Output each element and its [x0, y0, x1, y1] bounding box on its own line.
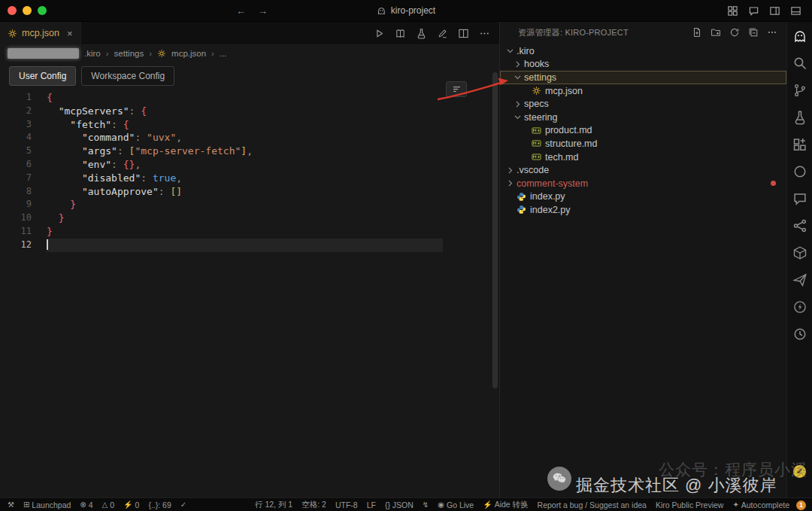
timeline-icon[interactable]: [792, 327, 807, 342]
close-window-button[interactable]: [8, 6, 17, 15]
status-language-mode[interactable]: {} JSON: [380, 498, 418, 511]
status-eol[interactable]: LF: [362, 498, 380, 511]
code-line-5[interactable]: 5 "args": ["mcp-server-fetch"],: [0, 144, 499, 158]
chevron-down-icon[interactable]: [513, 72, 523, 82]
tree-item-label: settings: [524, 72, 556, 83]
status-kiro-preview[interactable]: Kiro Public Preview: [651, 498, 728, 511]
status-ports[interactable]: ⚡0: [119, 498, 144, 511]
code-editor[interactable]: 1{2 "mcpServers": {3 "fetch": {4 "comman…: [0, 89, 499, 497]
code-line-10[interactable]: 10 }: [0, 211, 499, 225]
tree-item-hooks[interactable]: hooks: [500, 58, 786, 71]
code-line-3[interactable]: 3 "fetch": {: [0, 118, 499, 132]
status-sync-indicator[interactable]: ✓: [176, 498, 191, 511]
connections-icon[interactable]: [792, 218, 807, 233]
filter-widget[interactable]: [446, 81, 467, 97]
chevron-down-icon[interactable]: [505, 46, 515, 56]
status-report-bug[interactable]: Report a bug / Suggest an idea: [533, 498, 651, 511]
split-editor-icon[interactable]: [458, 28, 469, 39]
status-problems-errors[interactable]: ⊗4: [75, 498, 97, 511]
chevron-right-icon[interactable]: [505, 166, 515, 175]
tree-item-settings[interactable]: settings: [500, 71, 786, 84]
tests-icon[interactable]: [792, 110, 807, 125]
chevron-right-icon[interactable]: [513, 59, 523, 69]
chevron-right-icon[interactable]: [505, 178, 515, 188]
tree-item--vscode[interactable]: .vscode: [500, 163, 786, 177]
tree-item-comment-system[interactable]: comment-system: [500, 177, 786, 190]
more-icon[interactable]: [767, 27, 777, 38]
preview-icon[interactable]: [395, 28, 406, 39]
breadcrumb-segment-kiro[interactable]: .kiro: [84, 49, 101, 58]
maximize-window-button[interactable]: [38, 6, 47, 15]
new-folder-icon[interactable]: [710, 27, 721, 38]
code-line-4[interactable]: 4 "command": "uvx",: [0, 131, 499, 144]
code-line-12[interactable]: 12: [0, 239, 499, 252]
status-problems-warnings[interactable]: △0: [98, 498, 120, 511]
status-go-live[interactable]: ◉Go Live: [433, 498, 478, 511]
tree-item-index2-py[interactable]: index2.py: [500, 203, 786, 217]
status-remote-indicator[interactable]: ⚒: [3, 498, 19, 511]
forward-button[interactable]: [258, 5, 268, 17]
tree-item-structure-md[interactable]: structure.md: [500, 137, 786, 151]
code-line-11[interactable]: 11}: [0, 225, 499, 239]
kiro-icon[interactable]: [792, 29, 807, 44]
code-line-8[interactable]: 8 "autoApprove": []: [0, 185, 499, 199]
breadcrumb-segment-more[interactable]: ...: [220, 49, 227, 58]
new-file-icon[interactable]: [692, 27, 702, 38]
kiro-logo-icon: [377, 6, 386, 16]
line-number: 9: [0, 198, 47, 211]
chevron-right-icon[interactable]: [513, 99, 523, 109]
refresh-explorer-icon[interactable]: [729, 27, 740, 38]
tree-item-mcp-json[interactable]: mcp.json: [500, 84, 786, 98]
window-title[interactable]: kiro-project: [377, 5, 435, 16]
code-line-9[interactable]: 9 }: [0, 198, 499, 211]
status-autocomplete[interactable]: ✦Autocomplete: [728, 498, 794, 511]
kiro-agent-icon[interactable]: [792, 164, 807, 179]
apps-icon[interactable]: [727, 5, 738, 17]
workspace-config-button[interactable]: Workspace Config: [81, 66, 174, 86]
status-cursor-position[interactable]: 行 12, 列 1: [250, 498, 297, 511]
status-launchpad[interactable]: ⊞Launchpad: [19, 498, 75, 511]
breadcrumb-segment-settings[interactable]: settings: [114, 49, 144, 58]
code-line-6[interactable]: 6 "env": {},: [0, 158, 499, 172]
notification-badge[interactable]: 1: [796, 500, 806, 510]
deploy-icon[interactable]: [792, 272, 807, 287]
run-icon[interactable]: [374, 28, 385, 39]
status-aide[interactable]: ⚡Aide 转换: [478, 498, 532, 511]
tree-item-tech-md[interactable]: tech.md: [500, 151, 786, 164]
breadcrumb-segment-file[interactable]: mcp.json: [171, 49, 206, 58]
chevron-down-icon[interactable]: [513, 112, 523, 122]
tree-item-specs[interactable]: specs: [500, 97, 786, 111]
extensions-icon[interactable]: [792, 137, 807, 152]
status-bracket-count[interactable]: {..}: 69: [144, 498, 175, 511]
source-control-icon[interactable]: [792, 83, 807, 98]
status-indentation[interactable]: 空格: 2: [297, 498, 331, 511]
tree-item-index-py[interactable]: index.py: [500, 190, 786, 204]
back-button[interactable]: [236, 5, 246, 17]
tab-mcp-json[interactable]: mcp.json: [0, 22, 81, 44]
chat-icon[interactable]: [792, 191, 807, 206]
user-config-button[interactable]: User Config: [9, 66, 76, 86]
search-icon[interactable]: [792, 56, 807, 71]
collapse-folders-icon[interactable]: [748, 27, 759, 38]
code-line-2[interactable]: 2 "mcpServers": {: [0, 105, 499, 118]
more-actions-icon[interactable]: [479, 28, 490, 39]
editor-scrollbar[interactable]: [492, 72, 498, 388]
close-icon[interactable]: [67, 28, 73, 39]
tree-item--kiro[interactable]: .kiro: [500, 44, 786, 58]
status-power[interactable]: ↯: [418, 498, 433, 511]
code-line-1[interactable]: 1{: [0, 91, 499, 105]
packages-icon[interactable]: [792, 245, 807, 260]
tree-item-steering[interactable]: steering: [500, 111, 786, 124]
status-encoding[interactable]: UTF-8: [331, 498, 362, 511]
chat-icon[interactable]: [748, 5, 759, 17]
explorer-title: 资源管理器: KIRO-PROJECT: [518, 27, 629, 38]
edit-icon[interactable]: [437, 28, 448, 39]
tree-item-product-md[interactable]: product.md: [500, 124, 786, 138]
kiro-status-badge[interactable]: [793, 465, 806, 478]
tests-icon[interactable]: [416, 28, 427, 39]
layout-sidebar-icon[interactable]: [769, 5, 780, 17]
power-icon[interactable]: [792, 300, 807, 315]
layout-panel-icon[interactable]: [790, 5, 801, 17]
code-line-7[interactable]: 7 "disabled": true,: [0, 172, 499, 185]
minimize-window-button[interactable]: [23, 6, 32, 15]
